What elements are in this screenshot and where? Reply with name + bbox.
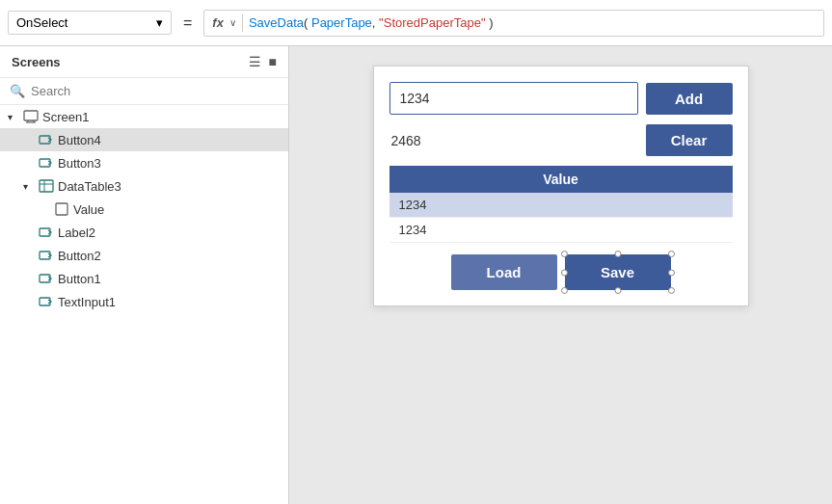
tree-label-button3: Button3 — [58, 156, 101, 171]
table-header-value: Value — [389, 166, 733, 193]
clear-button[interactable]: Clear — [646, 124, 733, 156]
svg-rect-11 — [40, 252, 50, 259]
button-icon — [39, 155, 54, 171]
svg-rect-10 — [40, 228, 50, 236]
svg-rect-12 — [40, 275, 50, 282]
tree-item-datatable3[interactable]: ▾ DataTable3 — [0, 174, 288, 198]
formula-divider — [242, 14, 243, 32]
main-area: Screens ☰ ■ 🔍 ▾ Screen1 — [0, 46, 832, 504]
equals-symbol: = — [179, 14, 196, 32]
search-input[interactable] — [31, 84, 279, 98]
svg-rect-4 — [40, 136, 50, 144]
data-table: Value 1234 1234 — [389, 166, 733, 243]
app-screen: Add 2468 Clear Value 1234 — [373, 66, 749, 306]
sidebar-title: Screens — [12, 55, 61, 69]
tree-label-screen1: Screen1 — [42, 110, 89, 124]
handle-tc — [614, 251, 621, 257]
sidebar: Screens ☰ ■ 🔍 ▾ Screen1 — [0, 46, 289, 504]
event-selector-label: OnSelect — [16, 15, 67, 30]
tree: ▾ Screen1 Button4 Button3 — [0, 105, 288, 504]
tree-item-screen1[interactable]: ▾ Screen1 — [0, 105, 288, 128]
tree-label-textinput1: TextInput1 — [58, 295, 116, 309]
table-cell: 1234 — [389, 193, 733, 218]
checkbox-icon — [54, 201, 69, 217]
expand-icon: ▾ — [8, 112, 19, 122]
label-row: 2468 Clear — [389, 124, 733, 156]
tree-label-button1: Button1 — [58, 272, 101, 286]
handle-bl — [561, 287, 568, 294]
canvas: Add 2468 Clear Value 1234 — [289, 46, 832, 504]
tree-item-textinput1[interactable]: TextInput1 — [0, 290, 288, 313]
button-icon — [39, 132, 54, 147]
formula-icon: fx — [212, 15, 224, 30]
input-row: Add — [389, 82, 733, 115]
bottom-row: Load Save — [389, 254, 733, 290]
add-button[interactable]: Add — [646, 83, 733, 115]
handle-mr — [668, 269, 675, 276]
svg-rect-6 — [40, 180, 53, 192]
button-icon — [39, 248, 54, 263]
tree-item-button4[interactable]: Button4 — [0, 128, 288, 151]
save-button[interactable]: Save — [565, 254, 671, 290]
datatable-icon — [39, 178, 54, 194]
toolbar: OnSelect ▾ = fx ∨ SaveData( PaperTape, "… — [0, 0, 832, 46]
handle-tl — [561, 251, 568, 257]
textinput-icon — [39, 294, 54, 309]
tree-item-button1[interactable]: Button1 — [0, 267, 288, 290]
tree-label-button2: Button2 — [58, 249, 101, 263]
handle-br — [668, 287, 675, 294]
tree-item-value[interactable]: Value — [0, 198, 288, 221]
tree-label-value: Value — [73, 202, 104, 217]
handle-bc — [614, 287, 621, 294]
search-icon: 🔍 — [10, 84, 25, 98]
table-row[interactable]: 1234 — [389, 193, 733, 218]
svg-rect-13 — [40, 298, 50, 305]
label-value: 2468 — [389, 125, 638, 156]
tree-label-datatable3: DataTable3 — [58, 179, 121, 194]
formula-chevron-icon: ∨ — [229, 17, 236, 28]
svg-rect-5 — [40, 159, 50, 167]
handle-ml — [561, 269, 568, 276]
text-input-field[interactable] — [389, 82, 638, 115]
sidebar-header: Screens ☰ ■ — [0, 46, 288, 78]
sidebar-icons: ☰ ■ — [249, 54, 277, 69]
tree-label-button4: Button4 — [58, 133, 101, 147]
event-selector[interactable]: OnSelect ▾ — [8, 11, 172, 35]
tree-item-label2[interactable]: Label2 — [0, 221, 288, 244]
formula-text: SaveData( PaperTape, "StoredPaperTape" ) — [249, 15, 494, 30]
list-view-icon[interactable]: ☰ — [249, 54, 261, 69]
grid-view-icon[interactable]: ■ — [269, 54, 277, 69]
formula-bar[interactable]: fx ∨ SaveData( PaperTape, "StoredPaperTa… — [203, 10, 824, 37]
tree-label-label2: Label2 — [58, 225, 95, 240]
tree-item-button2[interactable]: Button2 — [0, 244, 288, 267]
svg-rect-0 — [24, 111, 38, 120]
expand-icon: ▾ — [23, 181, 35, 192]
sidebar-search-bar[interactable]: 🔍 — [0, 78, 288, 105]
tree-item-button3[interactable]: Button3 — [0, 151, 288, 174]
label-icon — [39, 225, 54, 240]
table-row[interactable]: 1234 — [389, 218, 733, 243]
svg-rect-9 — [56, 203, 67, 215]
table-cell: 1234 — [389, 218, 733, 243]
save-button-wrapper: Save — [565, 254, 671, 290]
load-button[interactable]: Load — [451, 254, 557, 290]
button-icon — [39, 271, 54, 286]
handle-tr — [668, 251, 675, 257]
screen-icon — [23, 109, 39, 124]
chevron-down-icon: ▾ — [156, 15, 163, 30]
